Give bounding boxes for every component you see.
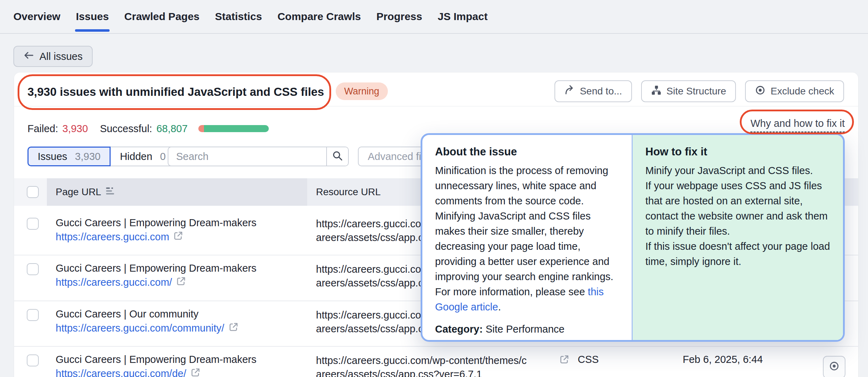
external-link-icon xyxy=(173,231,183,243)
how-to-fix-panel: How to fix it Minify your JavaScript and… xyxy=(633,135,843,340)
issues-segment[interactable]: Issues 3,930 xyxy=(27,147,111,166)
exclude-check-icon xyxy=(755,85,765,98)
site-structure-button[interactable]: Site Structure xyxy=(641,80,736,102)
column-page-url[interactable]: Page URL xyxy=(56,178,117,206)
row-checkbox[interactable] xyxy=(27,218,39,230)
tab-compare-crawls[interactable]: Compare Crawls xyxy=(278,11,361,23)
discovered-date: Feb 6, 2025, 6:44 xyxy=(683,354,763,365)
fix-heading: How to fix it xyxy=(645,146,830,158)
row-checkbox[interactable] xyxy=(27,354,39,366)
send-icon xyxy=(564,85,575,98)
about-text: Minification is the process of removing … xyxy=(435,163,619,315)
page-url-link[interactable]: https://careers.gucci.com/de/ xyxy=(56,367,200,377)
card-actions: Send to... Site Structure E xyxy=(554,80,844,102)
hide-issue-button[interactable] xyxy=(823,356,845,377)
page-title: Gucci Careers | Empowering Dream-makers xyxy=(56,262,256,274)
page-url-column-label: Page URL xyxy=(56,186,101,198)
page-url-text: https://careers.gucci.com xyxy=(56,231,169,243)
failed-value: 3,930 xyxy=(62,123,88,135)
category-label: Category: xyxy=(435,323,483,335)
hidden-segment[interactable]: Hidden 0 xyxy=(111,147,175,166)
tab-overview[interactable]: Overview xyxy=(13,11,60,23)
successful-label: Successful: xyxy=(100,123,152,135)
ratio-failed-segment xyxy=(198,125,204,132)
exclude-check-button[interactable]: Exclude check xyxy=(745,80,844,102)
page-title: Gucci Careers | Empowering Dream-makers xyxy=(56,217,256,229)
category-line: Category: Site Performance xyxy=(435,322,619,337)
all-issues-back-button[interactable]: All issues xyxy=(13,46,93,67)
send-to-button[interactable]: Send to... xyxy=(554,80,632,102)
resource-url-line1: https://careers.gucci.com/wp-content/the… xyxy=(316,354,534,367)
issues-hidden-switch: Issues 3,930 Hidden 0 xyxy=(27,147,175,166)
page-title: Gucci Careers | Our community xyxy=(56,308,199,320)
column-resource-url[interactable]: Resource URL xyxy=(316,178,381,206)
issue-title: 3,930 issues with unminified JavaScript … xyxy=(27,85,324,99)
ratio-successful-segment xyxy=(204,125,269,132)
page-url-text: https://careers.gucci.com/community/ xyxy=(56,322,224,334)
resource-url-line2: areers/assets/css/app.css?ver=6.7.1 xyxy=(316,367,534,377)
why-and-how-to-fix-link[interactable]: Why and how to fix it xyxy=(750,118,845,132)
sort-icon xyxy=(106,186,117,198)
tab-crawled-pages[interactable]: Crawled Pages xyxy=(124,11,199,23)
top-navigation: Overview Issues Crawled Pages Statistics… xyxy=(0,0,868,34)
fix-text-line3: If this issue doesn't affect your page l… xyxy=(645,239,830,269)
page-url-link[interactable]: https://careers.gucci.com xyxy=(56,231,183,243)
search-box xyxy=(168,147,349,166)
fix-text-line1: Minify your JavaScript and CSS files. xyxy=(645,163,830,178)
tab-progress[interactable]: Progress xyxy=(376,11,422,23)
row-checkbox[interactable] xyxy=(27,309,39,321)
category-value: Site Performance xyxy=(483,323,564,335)
search-input[interactable] xyxy=(168,147,326,166)
failed-successful-ratio-bar xyxy=(198,125,269,132)
tab-statistics[interactable]: Statistics xyxy=(215,11,262,23)
arrow-left-icon xyxy=(23,50,34,63)
all-issues-label: All issues xyxy=(39,51,83,62)
about-the-issue-panel: About the issue Minification is the proc… xyxy=(422,135,633,340)
tab-issues[interactable]: Issues xyxy=(76,11,108,23)
hidden-segment-count: 0 xyxy=(160,151,166,162)
external-link-icon xyxy=(176,276,186,289)
send-to-label: Send to... xyxy=(580,86,622,97)
resource-url: https://careers.gucci.com/wp-content/the… xyxy=(316,354,534,377)
row-checkbox[interactable] xyxy=(27,263,39,275)
eye-icon xyxy=(829,361,839,374)
tab-js-impact[interactable]: JS Impact xyxy=(438,11,488,23)
site-structure-label: Site Structure xyxy=(666,86,726,97)
page-url-text: https://careers.gucci.com/ xyxy=(56,277,172,288)
page-title: Gucci Careers | Empowering Dream-makers xyxy=(56,354,256,365)
issues-segment-label: Issues xyxy=(38,151,67,162)
hidden-segment-label: Hidden xyxy=(120,151,152,162)
page-url-link[interactable]: https://careers.gucci.com/community/ xyxy=(56,322,238,334)
warning-badge: Warning xyxy=(336,82,388,100)
select-all-checkbox[interactable] xyxy=(27,186,39,198)
failed-label: Failed: xyxy=(27,123,58,135)
site-structure-icon xyxy=(651,85,662,98)
page-url-link[interactable]: https://careers.gucci.com/ xyxy=(56,276,186,289)
issues-segment-count: 3,930 xyxy=(75,151,101,162)
fix-text-line2: If your webpage uses CSS and JS files th… xyxy=(645,178,830,239)
external-link-icon xyxy=(191,367,200,377)
header-divider xyxy=(14,106,858,106)
page-url-text: https://careers.gucci.com/de/ xyxy=(56,368,186,377)
about-heading: About the issue xyxy=(435,146,619,158)
about-text-body: Minification is the process of removing … xyxy=(435,165,613,297)
resource-type: CSS xyxy=(578,354,599,365)
table-row: Gucci Careers | Empowering Dream-makers … xyxy=(14,347,858,377)
check-stats: Failed: 3,930 Successful: 68,807 xyxy=(27,121,269,136)
why-how-to-fix-popup: About the issue Minification is the proc… xyxy=(421,133,845,342)
external-link-icon[interactable] xyxy=(559,354,569,367)
external-link-icon xyxy=(229,322,238,334)
resource-url-column-label: Resource URL xyxy=(316,186,381,198)
exclude-check-label: Exclude check xyxy=(770,86,834,97)
search-icon xyxy=(332,150,343,163)
successful-value: 68,807 xyxy=(156,123,188,135)
about-text-period: . xyxy=(498,301,501,313)
search-button[interactable] xyxy=(326,147,348,166)
